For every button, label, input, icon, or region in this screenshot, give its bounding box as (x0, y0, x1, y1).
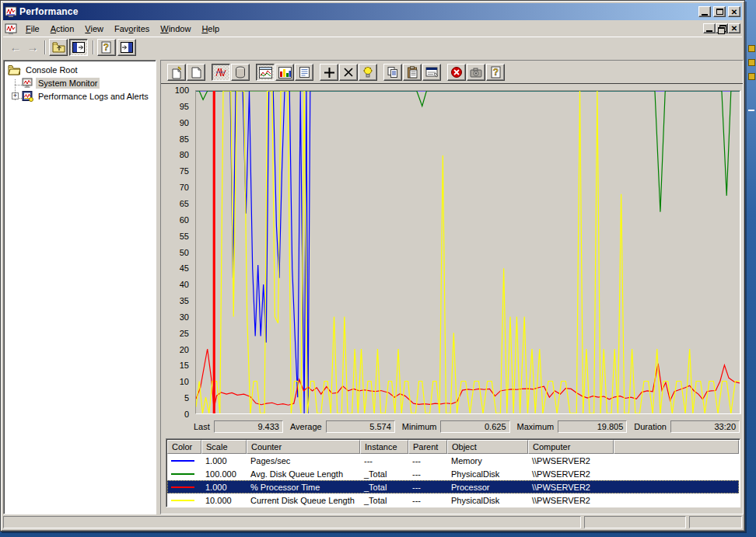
show-properties-button[interactable] (117, 39, 136, 56)
forward-button[interactable]: → (24, 40, 41, 55)
stat-value-duration: 33:20 (670, 420, 740, 433)
y-axis-tick-label: 55 (163, 232, 189, 241)
child-restore-icon (718, 25, 726, 32)
legend-counter-cell: % Processor Time (247, 483, 360, 492)
add-counter-button[interactable] (320, 64, 338, 81)
stat-label-minimum: Minimum (402, 422, 437, 431)
freeze-icon (450, 66, 463, 78)
new-page-icon (170, 66, 183, 79)
legend-computer-cell: \\PWSERVER2 (528, 496, 614, 505)
legend-column-header-parent[interactable]: Parent (408, 440, 447, 454)
legend-instance-cell: --- (360, 456, 408, 466)
logs-alerts-icon (21, 90, 33, 102)
stat-label-last: Last (194, 422, 210, 431)
svg-text:?: ? (103, 42, 109, 53)
copy-properties-button[interactable] (383, 64, 402, 81)
maximize-icon (716, 9, 723, 15)
status-panel (689, 516, 742, 528)
legend-column-header-color[interactable]: Color (167, 440, 201, 454)
current-activity-icon (215, 66, 227, 78)
plot-area[interactable] (195, 90, 741, 414)
menu-action[interactable]: Action (45, 22, 80, 36)
legend-column-header-object[interactable]: Object (447, 440, 528, 454)
titlebar[interactable]: Performance ✕ (3, 3, 742, 20)
delete-counter-button[interactable] (339, 64, 358, 81)
legend-parent-cell: --- (408, 456, 447, 466)
y-axis-tick-label: 45 (163, 263, 189, 273)
view-log-data-button[interactable] (231, 64, 250, 81)
counter-color-swatch (171, 460, 194, 462)
close-button[interactable]: ✕ (728, 6, 740, 17)
stat-label-duration: Duration (634, 422, 667, 431)
tree-expander-icon[interactable]: + (12, 92, 19, 99)
legend-parent-cell: --- (408, 483, 447, 492)
legend-column-header-scale[interactable]: Scale (201, 440, 247, 454)
up-one-level-button[interactable] (49, 39, 68, 56)
highlight-button[interactable] (359, 64, 377, 81)
view-report-button[interactable] (295, 64, 313, 81)
tree-item-system-monitor[interactable]: System Monitor (5, 76, 155, 89)
y-axis-tick-label: 90 (163, 118, 189, 127)
menu-file[interactable]: File (20, 22, 45, 36)
legend-instance-cell: _Total (360, 496, 408, 505)
legend-parent-cell: --- (408, 469, 447, 479)
legend-column-header-computer[interactable]: Computer (528, 440, 614, 454)
show-hide-console-tree-button[interactable] (69, 39, 88, 56)
legend-row[interactable]: 100.000Avg. Disk Queue Length_Total---Ph… (167, 467, 739, 480)
counter-color-swatch (171, 473, 194, 475)
tree-item-label: System Monitor (36, 78, 100, 89)
tree-item-label: Console Root (23, 65, 80, 75)
view-current-activity-button[interactable] (212, 64, 230, 81)
legend-row[interactable]: 1.000Pages/sec------Memory\\PWSERVER2 (167, 454, 739, 467)
menu-window[interactable]: Window (155, 22, 196, 36)
new-counter-set-button[interactable] (167, 64, 186, 81)
legend-column-header-counter[interactable]: Counter (247, 440, 360, 454)
clear-display-button[interactable] (187, 64, 205, 81)
desktop: Performance ✕ FileActionViewFavoritesWin… (0, 0, 756, 537)
help-button[interactable]: ? (97, 39, 116, 56)
arrow-right-icon: → (27, 40, 39, 54)
status-panel (3, 516, 581, 528)
legend-row[interactable]: 10.000Current Disk Queue Length_Total---… (167, 493, 739, 507)
back-button[interactable]: ← (7, 40, 24, 55)
child-restore-button[interactable] (716, 23, 728, 33)
panel-arrow-icon (121, 42, 133, 53)
main-toolbar: ←→? (3, 37, 742, 57)
tree-item-console-root[interactable]: Console Root (5, 63, 155, 76)
paste-counter-list-button[interactable] (403, 64, 422, 81)
menu-favorites[interactable]: Favorites (109, 22, 155, 36)
window-title: Performance (19, 6, 696, 17)
y-axis-tick-label: 0 (163, 410, 189, 419)
child-minimize-button[interactable] (703, 23, 716, 33)
y-axis-tick-label: 10 (163, 377, 189, 386)
legend-column-header-instance[interactable]: Instance (360, 440, 408, 454)
update-data-button[interactable] (467, 64, 485, 81)
toolbar-divider (161, 83, 743, 84)
menu-help[interactable]: Help (196, 22, 225, 36)
stat-value-last: 9.433 (214, 420, 283, 433)
legend-color-cell (167, 460, 201, 462)
properties-button[interactable] (422, 64, 441, 81)
stat-label-maximum: Maximum (517, 422, 555, 431)
performance-app-icon (5, 5, 17, 18)
toolbar-separator (44, 40, 46, 54)
child-close-icon: ✕ (731, 25, 737, 32)
properties-icon (425, 67, 438, 78)
view-histogram-button[interactable] (275, 64, 294, 81)
legend-parent-cell: --- (408, 496, 447, 505)
y-axis-tick-label: 85 (163, 134, 189, 144)
maximize-button[interactable] (713, 6, 726, 17)
legend-row[interactable]: 1.000% Processor Time_Total---Processor\… (167, 480, 739, 493)
minimize-button[interactable] (698, 6, 711, 17)
child-close-button[interactable]: ✕ (728, 23, 740, 33)
tree-item-performance-logs-and-alerts[interactable]: +Performance Logs and Alerts (5, 89, 155, 103)
help-2-button[interactable]: ? (486, 64, 505, 81)
view-graph-button[interactable] (256, 64, 275, 81)
clear-page-icon (191, 66, 202, 79)
counter-color-swatch (171, 486, 194, 488)
legend-color-cell (167, 473, 201, 475)
chart-canvas (196, 91, 740, 413)
desktop-icon-fragment (748, 73, 755, 80)
freeze-display-button[interactable] (447, 64, 466, 81)
menu-view[interactable]: View (79, 22, 109, 36)
